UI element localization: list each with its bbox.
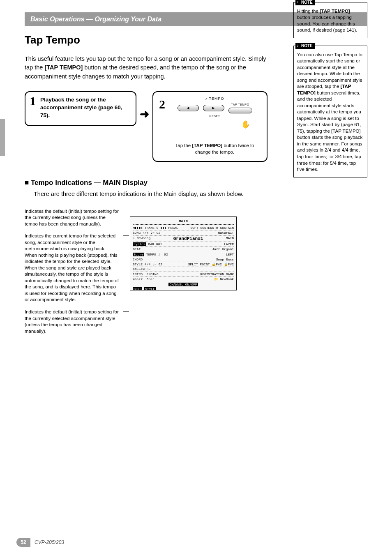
callouts-column: Indicates the default (initial) tempo se… xyxy=(25,208,123,340)
subsection-desc: There are three different tempo indicati… xyxy=(34,190,285,198)
d-newsong: ♪ NewSong xyxy=(133,236,150,242)
d-transval: 0 xyxy=(157,226,159,230)
page-footer: 52 CVP-205/203 xyxy=(16,538,64,547)
tap-tempo-label: TAP TEMPO xyxy=(228,103,252,106)
main-display-screenshot: MAIN ◄▮▮▮▶ TRANS 0 ▮▮▮ PEDALSOFT SOSTENU… xyxy=(130,216,237,290)
d-bar4: 4bar2 xyxy=(133,277,143,281)
reset-label: RESET xyxy=(168,114,261,118)
subsection-heading: Tempo Indications — MAIN Display xyxy=(25,178,285,188)
note-label-1: NOTE xyxy=(295,0,315,5)
tempo-plus-button[interactable]: ► xyxy=(203,105,224,111)
d-beat: BEAT xyxy=(133,247,141,251)
d-jazz: Jazz Organ1 xyxy=(212,247,234,251)
steps-row: 1 Playback the song or the accompaniment… xyxy=(25,91,285,162)
d-lyrics: Lyrics xyxy=(133,242,146,246)
note1-b: [TAP TEMPO] xyxy=(320,9,350,14)
d-tempo: TEMPO ♩= 92 xyxy=(146,253,168,256)
step-2-number: 2 xyxy=(159,96,165,113)
d-fs1: F#2 xyxy=(216,263,221,266)
d-layer: LAYER xyxy=(224,242,234,246)
step-1-number: 1 xyxy=(30,93,36,110)
d-score: Score xyxy=(133,253,144,256)
model-name: CVP-205/203 xyxy=(35,539,64,546)
caption-bold: [TAP TEMPO] xyxy=(192,143,222,148)
d-style: STYLE 4/4 ♩= 92 xyxy=(133,263,162,266)
note2-c: button several times, and the selected a… xyxy=(297,90,362,172)
intro-paragraph: This useful feature lets you tap out the… xyxy=(25,55,275,81)
tempo-note-icon: ♪ xyxy=(205,97,208,101)
step-2-caption: Tap the [TAP TEMPO] button twice to chan… xyxy=(168,143,261,155)
tempo-label-text: TEMPO xyxy=(209,97,224,101)
d-beatmod: 8BeatMod~ xyxy=(133,267,150,271)
d-trans: TRANS xyxy=(145,226,154,230)
d-styletab: STYLE xyxy=(144,287,156,290)
d-ending: ENDING xyxy=(147,272,159,276)
tap-tempo-button[interactable] xyxy=(228,108,252,113)
d-left: LEFT xyxy=(226,253,234,256)
tempo-minus-group: ◄ xyxy=(178,105,199,111)
d-newbank: NewBank xyxy=(220,277,234,281)
tempo-section-label: ♪ TEMPO xyxy=(168,96,261,101)
callout-3: Indicates the default (initial) tempo se… xyxy=(25,309,123,334)
d-bar: BAR 001 xyxy=(148,242,162,246)
step-1-panel: 1 Playback the song or the accompaniment… xyxy=(25,91,136,126)
note1-c: button produces a tapping sound. You can… xyxy=(297,15,357,32)
step-1-text: Playback the song or the accompaniment s… xyxy=(40,96,130,120)
d-soft: SOFT SOSTENUTO SUSTAIN xyxy=(190,226,234,230)
note2-a: You can also use Tap Tempo to automatica… xyxy=(297,52,362,89)
callout-2: Indicates the current tempo for the sele… xyxy=(25,233,123,303)
d-piano: GrandPiano1 xyxy=(173,236,203,242)
intro-tap-button: [TAP TEMPO] xyxy=(44,64,83,71)
d-natural: Natural! xyxy=(218,231,234,235)
d-chord: CHORD xyxy=(133,258,143,261)
tempo-minus-button[interactable]: ◄ xyxy=(178,105,199,111)
d-bar6: 6bar xyxy=(147,277,154,281)
caption-a: Tap the xyxy=(175,143,192,148)
d-main: MAIN xyxy=(226,236,234,242)
side-tab xyxy=(0,119,5,156)
d-chonoff: CHANNEL ON/OFF xyxy=(168,283,198,286)
note-label-2: NOTE xyxy=(295,43,315,49)
tap-hand-icon: ✋ xyxy=(168,120,250,129)
leader-line xyxy=(246,129,246,140)
d-fs2: F#2 xyxy=(228,263,234,266)
d-snap: Snap Bass xyxy=(216,258,234,261)
page-number: 52 xyxy=(16,538,30,547)
step-2-panel: 2 ♪ TEMPO ◄ ► xyxy=(152,91,267,162)
d-regbank: REGISTRATION BANK xyxy=(200,272,234,276)
intro-line1: This useful feature lets you tap out the… xyxy=(25,55,247,62)
callout-1: Indicates the default (initial) tempo se… xyxy=(25,208,123,228)
d-pedal: PEDAL xyxy=(168,226,178,230)
d-song: SONG 4/4 ♩= 92 xyxy=(133,231,160,235)
d-split: SPLIT POINT xyxy=(188,263,210,266)
d-songtab: SONG xyxy=(133,287,142,290)
tap-tempo-group: TAP TEMPO xyxy=(228,103,252,113)
display-title: MAIN xyxy=(133,219,234,225)
arrow-icon: ➜ xyxy=(140,106,149,147)
note1-a: Hitting the xyxy=(297,9,320,14)
note-box-2: NOTE You can also use Tap Tempo to autom… xyxy=(293,46,367,177)
note-box-1: NOTE Hitting the [TAP TEMPO] button prod… xyxy=(293,2,367,38)
d-intro: INTRO xyxy=(133,272,143,276)
